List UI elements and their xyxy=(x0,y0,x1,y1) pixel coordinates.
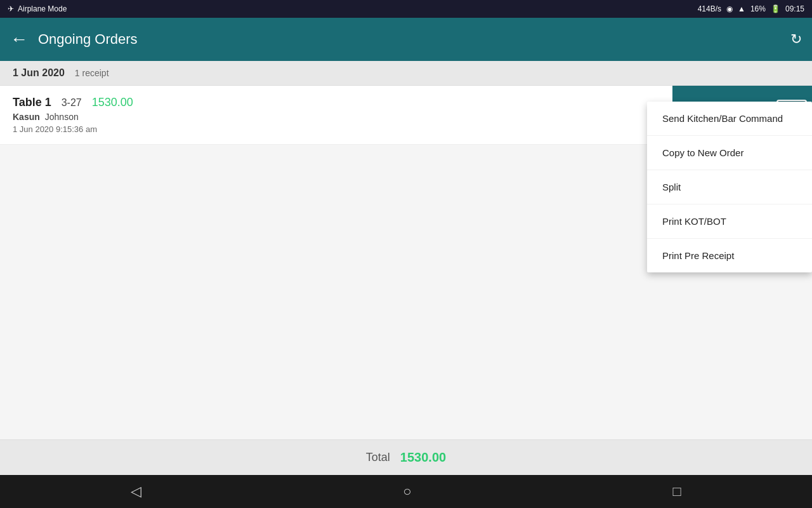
customer-first-name: Kasun xyxy=(13,112,40,122)
order-amount: 1530.00 xyxy=(92,96,133,109)
airplane-mode-label: Airplane Mode xyxy=(18,4,67,13)
nav-home-button[interactable]: ○ xyxy=(388,478,426,505)
nav-recent-button[interactable]: □ xyxy=(658,478,697,505)
signal-icon: ▲ xyxy=(738,4,745,13)
total-amount: 1530.00 xyxy=(400,450,446,465)
receipt-count: 1 receipt xyxy=(75,68,109,78)
time: 09:15 xyxy=(785,4,804,13)
app-bar: ← Ongoing Orders ↻ xyxy=(0,18,812,61)
battery-icon: 🔋 xyxy=(771,4,780,13)
menu-item-split[interactable]: Split xyxy=(647,170,812,204)
customer-last-name: Johnson xyxy=(45,112,79,122)
menu-item-send-kitchen[interactable]: Send Kitchen/Bar Command xyxy=(647,102,812,136)
table-name: Table 1 xyxy=(13,96,51,109)
date-label: 1 Jun 2020 xyxy=(13,67,65,79)
nav-back-button[interactable]: ◁ xyxy=(115,478,157,505)
refresh-button[interactable]: ↻ xyxy=(790,31,802,48)
status-bar-left: ✈ Airplane Mode xyxy=(8,4,67,13)
back-button[interactable]: ← xyxy=(10,30,28,48)
status-bar-right: 414B/s ◉ ▲ 16% 🔋 09:15 xyxy=(698,4,804,13)
bottom-nav: ◁ ○ □ xyxy=(0,475,812,508)
menu-item-print-pre-receipt[interactable]: Print Pre Receipt xyxy=(647,239,812,272)
status-bar: ✈ Airplane Mode 414B/s ◉ ▲ 16% 🔋 09:15 xyxy=(0,0,812,18)
total-label: Total xyxy=(366,451,390,464)
footer-total: Total 1530.00 xyxy=(0,439,812,475)
wifi-icon: ◉ xyxy=(726,4,733,13)
dropdown-menu: Send Kitchen/Bar Command Copy to New Ord… xyxy=(647,102,812,272)
airplane-mode-icon: ✈ xyxy=(8,4,14,13)
battery-level: 16% xyxy=(750,4,766,13)
table-number: 3-27 xyxy=(62,97,82,109)
date-header: 1 Jun 2020 1 receipt xyxy=(0,61,812,86)
menu-item-copy-new-order[interactable]: Copy to New Order xyxy=(647,136,812,170)
page-title: Ongoing Orders xyxy=(38,31,780,48)
menu-item-print-kot[interactable]: Print KOT/BOT xyxy=(647,204,812,239)
network-speed: 414B/s xyxy=(698,4,721,13)
